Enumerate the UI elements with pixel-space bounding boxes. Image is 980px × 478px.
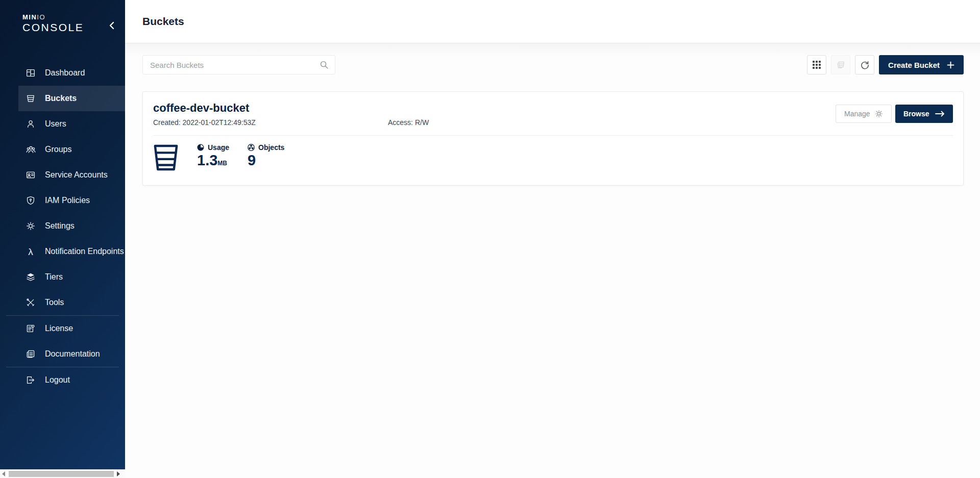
gear-icon (875, 110, 883, 118)
tiers-icon (26, 272, 36, 282)
sidebar: MINIO CONSOLE Dashboard Buckets User (0, 0, 125, 469)
sidebar-item-service-accounts[interactable]: Service Accounts (0, 162, 125, 188)
sidebar-item-label: Tiers (45, 272, 63, 282)
chevron-left-icon (109, 21, 114, 30)
sidebar-item-notification-endpoints[interactable]: λ Notification Endpoints (0, 239, 125, 264)
browse-label: Browse (903, 110, 929, 118)
sidebar-item-documentation[interactable]: Documentation (0, 341, 125, 367)
bucket-meta: Created: 2022-01-02T12:49:53Z Access: R/… (153, 118, 953, 127)
page-header: Buckets (125, 0, 980, 43)
sidebar-item-groups[interactable]: Groups (0, 137, 125, 162)
horizontal-scrollbar[interactable] (0, 469, 125, 478)
usage-unit: MB (217, 160, 227, 167)
sidebar-item-tiers[interactable]: Tiers (0, 264, 125, 290)
scrollbar-left-arrow[interactable] (2, 471, 5, 476)
usage-pie-icon (197, 144, 204, 151)
tools-icon (26, 297, 36, 308)
iam-policies-icon (26, 195, 36, 206)
sidebar-collapse-button[interactable] (107, 20, 117, 31)
sidebar-item-label: Logout (45, 375, 70, 385)
toolbar-actions: Create Bucket (807, 55, 964, 74)
card-divider (153, 135, 953, 136)
browse-button[interactable]: Browse (895, 105, 953, 123)
bucket-actions: Manage Browse (836, 105, 953, 123)
bucket-access: Access: R/W (388, 118, 429, 127)
sidebar-item-label: Tools (45, 298, 64, 307)
service-accounts-icon (26, 170, 36, 180)
objects-label: Objects (258, 143, 284, 152)
arrow-right-icon (935, 111, 945, 117)
objects-value: 9 (248, 153, 284, 169)
brand-wordmark: MINIO (22, 13, 125, 21)
sidebar-item-settings[interactable]: Settings (0, 213, 125, 239)
bucket-icon-large (153, 143, 179, 172)
create-bucket-button[interactable]: Create Bucket (879, 55, 964, 74)
objects-metric: Objects 9 (248, 143, 284, 169)
settings-icon (26, 221, 36, 231)
grid-view-button[interactable] (807, 55, 826, 74)
sidebar-item-label: Service Accounts (45, 170, 108, 180)
main-content: Buckets (125, 0, 980, 478)
plus-icon (947, 61, 954, 69)
list-view-button (831, 55, 850, 74)
sidebar-item-iam-policies[interactable]: IAM Policies (0, 188, 125, 213)
refresh-button[interactable] (855, 55, 874, 74)
sidebar-item-label: License (45, 324, 73, 333)
sidebar-item-tools[interactable]: Tools (0, 290, 125, 315)
sidebar-item-label: Notification Endpoints (45, 247, 124, 256)
create-bucket-label: Create Bucket (888, 61, 940, 69)
brand-io: IO (37, 13, 45, 21)
sidebar-item-logout[interactable]: Logout (0, 367, 125, 393)
manage-label: Manage (844, 110, 870, 118)
logout-icon (26, 375, 36, 385)
sidebar-item-label: Documentation (45, 349, 100, 359)
logo: MINIO CONSOLE (0, 0, 125, 43)
bucket-created: Created: 2022-01-02T12:49:53Z (153, 118, 388, 127)
sidebar-item-buckets[interactable]: Buckets (18, 86, 125, 111)
usage-metric: Usage 1.3MB (197, 143, 229, 169)
buckets-toolbar: Create Bucket (142, 55, 964, 74)
refresh-icon (860, 60, 870, 70)
sidebar-item-users[interactable]: Users (0, 111, 125, 137)
grid-view-icon (812, 60, 821, 69)
sidebar-item-label: Users (45, 119, 66, 129)
lambda-icon: λ (26, 246, 36, 257)
sidebar-item-dashboard[interactable]: Dashboard (0, 60, 125, 86)
sidebar-item-license[interactable]: License (0, 316, 125, 341)
sidebar-item-label: Buckets (45, 94, 77, 103)
dashboard-icon (26, 68, 36, 78)
sidebar-item-label: Groups (45, 145, 71, 154)
search-icon (320, 60, 329, 69)
sidebar-nav: Dashboard Buckets Users Groups Service A (0, 60, 125, 393)
buckets-content: Create Bucket coffee-dev-bucket Created:… (125, 43, 980, 186)
bucket-name[interactable]: coffee-dev-bucket (153, 102, 953, 115)
bucket-list-icon (836, 60, 846, 70)
objects-icon (248, 144, 255, 151)
sidebar-item-label: Dashboard (45, 68, 85, 78)
bucket-stats: Usage 1.3MB Obj (153, 143, 953, 172)
users-icon (26, 119, 36, 129)
brand-min: MIN (22, 13, 37, 21)
sidebar-item-label: Settings (45, 221, 75, 231)
scrollbar-right-arrow[interactable] (117, 471, 120, 476)
sidebar-item-label: IAM Policies (45, 196, 90, 205)
bucket-card: coffee-dev-bucket Created: 2022-01-02T12… (142, 91, 964, 186)
page-title: Buckets (142, 15, 184, 28)
groups-icon (26, 144, 36, 155)
search-input[interactable] (150, 61, 320, 69)
usage-label: Usage (208, 143, 229, 152)
usage-value: 1.3MB (197, 153, 229, 169)
buckets-icon (26, 93, 36, 104)
documentation-icon (26, 349, 36, 359)
license-icon (26, 323, 36, 334)
scrollbar-thumb[interactable] (9, 471, 114, 477)
manage-button[interactable]: Manage (836, 105, 892, 123)
search-box (142, 55, 335, 74)
